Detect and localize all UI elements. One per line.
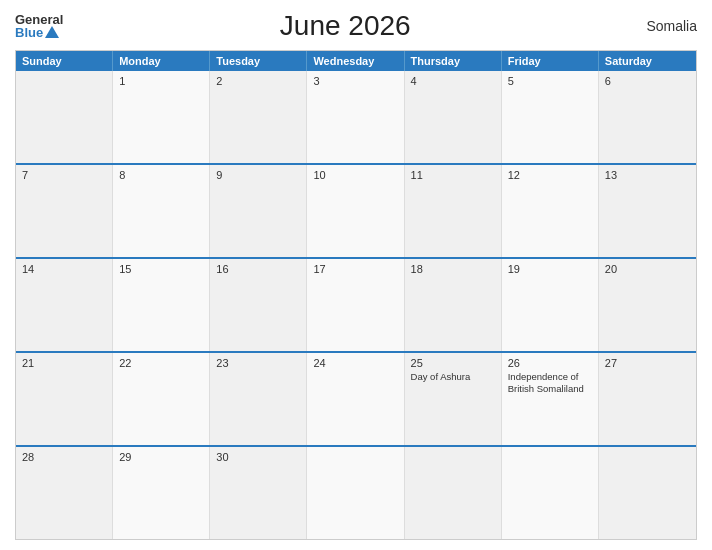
day-number: 28 xyxy=(22,451,106,463)
calendar-cell: 6 xyxy=(599,71,696,163)
calendar-cell: 2 xyxy=(210,71,307,163)
calendar-body: 1234567891011121314151617181920212223242… xyxy=(16,71,696,539)
calendar-cell: 14 xyxy=(16,259,113,351)
calendar-cell xyxy=(16,71,113,163)
calendar-cell: 17 xyxy=(307,259,404,351)
calendar-week-3: 14151617181920 xyxy=(16,259,696,353)
day-number: 4 xyxy=(411,75,495,87)
calendar-week-4: 2122232425Day of Ashura26Independence of… xyxy=(16,353,696,447)
calendar-header: Sunday Monday Tuesday Wednesday Thursday… xyxy=(16,51,696,71)
calendar-week-5: 282930 xyxy=(16,447,696,539)
day-number: 21 xyxy=(22,357,106,369)
day-number: 9 xyxy=(216,169,300,181)
calendar-cell: 22 xyxy=(113,353,210,445)
header-friday: Friday xyxy=(502,51,599,71)
calendar-cell: 7 xyxy=(16,165,113,257)
calendar-cell: 24 xyxy=(307,353,404,445)
calendar-cell: 8 xyxy=(113,165,210,257)
calendar-cell: 30 xyxy=(210,447,307,539)
calendar-cell: 25Day of Ashura xyxy=(405,353,502,445)
day-number: 20 xyxy=(605,263,690,275)
calendar-cell xyxy=(502,447,599,539)
day-number: 1 xyxy=(119,75,203,87)
calendar-cell xyxy=(599,447,696,539)
day-number: 12 xyxy=(508,169,592,181)
calendar-page: General Blue June 2026 Somalia Sunday Mo… xyxy=(0,0,712,550)
event-label: Independence of British Somaliland xyxy=(508,371,592,396)
calendar-cell: 15 xyxy=(113,259,210,351)
calendar-cell: 3 xyxy=(307,71,404,163)
day-number: 8 xyxy=(119,169,203,181)
day-number: 10 xyxy=(313,169,397,181)
calendar-cell: 28 xyxy=(16,447,113,539)
day-number: 29 xyxy=(119,451,203,463)
calendar-cell: 4 xyxy=(405,71,502,163)
day-number: 2 xyxy=(216,75,300,87)
calendar-cell: 29 xyxy=(113,447,210,539)
calendar-cell xyxy=(405,447,502,539)
logo-triangle-icon xyxy=(45,26,59,38)
day-number: 30 xyxy=(216,451,300,463)
calendar-cell: 12 xyxy=(502,165,599,257)
day-number: 26 xyxy=(508,357,592,369)
header-thursday: Thursday xyxy=(405,51,502,71)
day-number: 23 xyxy=(216,357,300,369)
day-number: 18 xyxy=(411,263,495,275)
calendar-cell: 13 xyxy=(599,165,696,257)
day-number: 22 xyxy=(119,357,203,369)
calendar-cell: 23 xyxy=(210,353,307,445)
calendar-week-2: 78910111213 xyxy=(16,165,696,259)
logo-blue-text: Blue xyxy=(15,26,63,39)
logo: General Blue xyxy=(15,13,63,39)
day-number: 11 xyxy=(411,169,495,181)
day-number: 25 xyxy=(411,357,495,369)
calendar-cell: 26Independence of British Somaliland xyxy=(502,353,599,445)
calendar-cell: 18 xyxy=(405,259,502,351)
calendar-cell: 16 xyxy=(210,259,307,351)
calendar-title: June 2026 xyxy=(63,10,627,42)
calendar-grid: Sunday Monday Tuesday Wednesday Thursday… xyxy=(15,50,697,540)
header-wednesday: Wednesday xyxy=(307,51,404,71)
calendar-cell: 27 xyxy=(599,353,696,445)
day-number: 16 xyxy=(216,263,300,275)
calendar-cell xyxy=(307,447,404,539)
country-label: Somalia xyxy=(627,18,697,34)
header: General Blue June 2026 Somalia xyxy=(15,10,697,42)
header-sunday: Sunday xyxy=(16,51,113,71)
calendar-cell: 5 xyxy=(502,71,599,163)
header-saturday: Saturday xyxy=(599,51,696,71)
calendar-cell: 9 xyxy=(210,165,307,257)
calendar-cell: 21 xyxy=(16,353,113,445)
calendar-cell: 1 xyxy=(113,71,210,163)
day-number: 7 xyxy=(22,169,106,181)
calendar-week-1: 123456 xyxy=(16,71,696,165)
day-number: 14 xyxy=(22,263,106,275)
header-tuesday: Tuesday xyxy=(210,51,307,71)
day-number: 19 xyxy=(508,263,592,275)
day-number: 24 xyxy=(313,357,397,369)
calendar-cell: 20 xyxy=(599,259,696,351)
day-number: 17 xyxy=(313,263,397,275)
day-number: 15 xyxy=(119,263,203,275)
calendar-cell: 19 xyxy=(502,259,599,351)
day-number: 27 xyxy=(605,357,690,369)
header-monday: Monday xyxy=(113,51,210,71)
day-number: 5 xyxy=(508,75,592,87)
day-number: 13 xyxy=(605,169,690,181)
day-number: 6 xyxy=(605,75,690,87)
day-number: 3 xyxy=(313,75,397,87)
calendar-cell: 10 xyxy=(307,165,404,257)
calendar-cell: 11 xyxy=(405,165,502,257)
event-label: Day of Ashura xyxy=(411,371,495,383)
